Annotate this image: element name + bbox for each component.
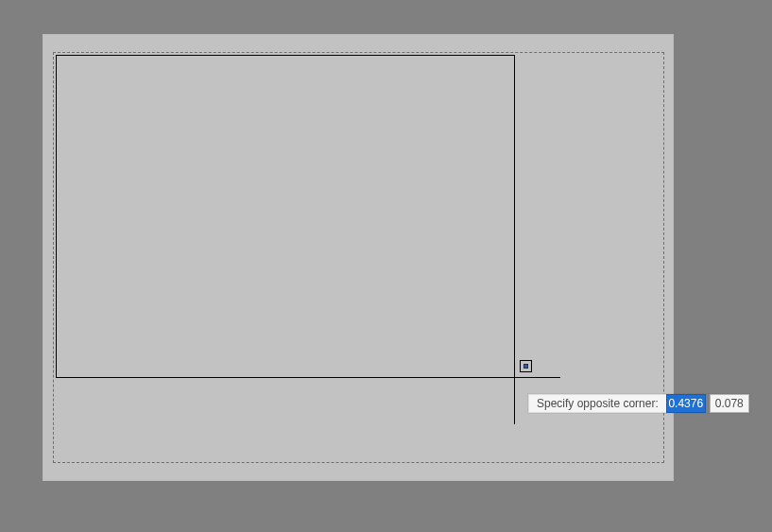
prompt-label: Specify opposite corner: bbox=[528, 394, 666, 413]
crosshair-vertical bbox=[514, 55, 515, 424]
dynamic-input-prompt: Specify opposite corner: 0.4376 0.078 bbox=[528, 394, 749, 413]
coord-x-input[interactable]: 0.4376 bbox=[666, 394, 706, 413]
cursor-pickbox[interactable] bbox=[520, 360, 532, 372]
crosshair-horizontal bbox=[56, 377, 560, 378]
coord-y-input[interactable]: 0.078 bbox=[710, 394, 749, 413]
selection-window-rect bbox=[56, 55, 515, 378]
window-selection-icon bbox=[523, 364, 528, 369]
